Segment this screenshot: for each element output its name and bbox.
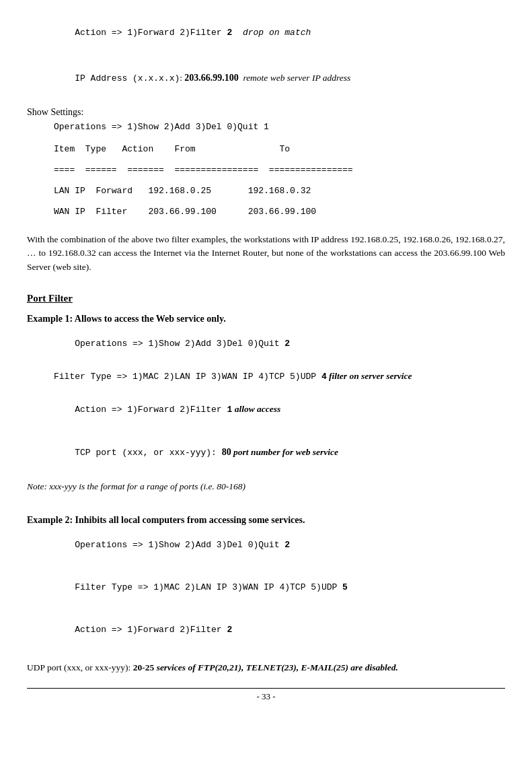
example1-tcp-bold: 80 [222, 447, 231, 457]
example2-heading: Example 2: Inhibits all local computers … [27, 515, 505, 526]
ip-value: 203.66.99.100 [184, 73, 239, 83]
example1-action-italic: allow access [232, 404, 280, 414]
example1-tcp-italic: port number for web service [231, 447, 338, 457]
note1: Note: xxx-yyy is the format for a range … [27, 481, 505, 492]
action-prefix: Action => 1)Forward 2)Filter [75, 28, 227, 38]
show-settings-label: Show Settings: [27, 107, 505, 118]
example1-tcp-line: TCP port (xxx, or xxx-yyy): 80 port numb… [27, 437, 505, 468]
example2-filter-type-line: Filter Type => 1)MAC 2)LAN IP 3)WAN IP 4… [27, 572, 505, 602]
table-sep-line: ==== ====== ======= ================ ===… [27, 165, 505, 175]
example1-ops-line: Operations => 1)Show 2)Add 3)Del 0)Quit … [27, 328, 505, 359]
udp-bold: 20-25 [133, 662, 155, 672]
ip-italic: remote web server IP address [239, 73, 351, 83]
body-para1: With the combination of the above two fi… [27, 233, 505, 274]
page-footer: - 33 - [27, 688, 505, 702]
example1-section: Operations => 1)Show 2)Add 3)Del 0)Quit … [27, 328, 505, 468]
example1-action-prefix: Action => 1)Forward 2)Filter [75, 405, 227, 415]
show-settings-section: Show Settings: Operations => 1)Show 2)Ad… [27, 107, 505, 217]
udp-bold-italic: services of FTP(20,21), TELNET(23), E-MA… [154, 662, 398, 672]
example2-action-line: Action => 1)Forward 2)Filter 2 [27, 615, 505, 645]
example1-action-line: Action => 1)Forward 2)Filter 1 allow acc… [27, 394, 505, 425]
page-number: - 33 - [256, 691, 275, 701]
table-row1: LAN IP Forward 192.168.0.25 192.168.0.32 [27, 186, 505, 196]
example2-ops-prefix: Operations => 1)Show 2)Add 3)Del 0)Quit [75, 540, 284, 550]
example2-action-prefix: Action => 1)Forward 2)Filter [75, 625, 227, 635]
show-ops-line: Operations => 1)Show 2)Add 3)Del 0)Quit … [27, 122, 505, 132]
example2-filter-bold: 5 [342, 582, 348, 592]
example1-filter-type-line: Filter Type => 1)MAC 2)LAN IP 3)WAN IP 4… [27, 371, 505, 382]
example1-filter-bold: 4 [321, 372, 327, 382]
action-line: Action => 1)Forward 2)Filter 2 drop on m… [27, 18, 505, 48]
udp-line: UDP port (xxx, or xxx-yyy): 20-25 servic… [27, 661, 505, 674]
action-italic: drop on match [232, 28, 311, 38]
port-filter-heading: Port Filter [27, 293, 505, 304]
ip-prefix: IP Address (x.x.x.x): [75, 73, 184, 83]
example2-filter-prefix: Filter Type => 1)MAC 2)LAN IP 3)WAN IP 4… [75, 582, 342, 592]
example2-section: Operations => 1)Show 2)Add 3)Del 0)Quit … [27, 530, 505, 645]
example1-ops-bold: 2 [284, 339, 290, 349]
example1-ops-prefix: Operations => 1)Show 2)Add 3)Del 0)Quit [75, 339, 284, 349]
ip-address-line: IP Address (x.x.x.x): 203.66.99.100 remo… [27, 63, 505, 94]
table-row2: WAN IP Filter 203.66.99.100 203.66.99.10… [27, 207, 505, 217]
example2-action-bold: 2 [227, 625, 232, 635]
example1-heading: Example 1: Allows to access the Web serv… [27, 314, 505, 324]
example1-filter-italic: filter on server service [327, 371, 412, 381]
example1-tcp-prefix: TCP port (xxx, or xxx-yyy): [75, 448, 221, 458]
example1-filter-prefix: Filter Type => 1)MAC 2)LAN IP 3)WAN IP 4… [54, 372, 321, 382]
example2-ops-bold: 2 [284, 540, 290, 550]
udp-prefix: UDP port (xxx, or xxx-yyy): [27, 662, 133, 672]
table-header-line: Item Type Action From To [27, 144, 505, 154]
example2-ops-line: Operations => 1)Show 2)Add 3)Del 0)Quit … [27, 530, 505, 560]
